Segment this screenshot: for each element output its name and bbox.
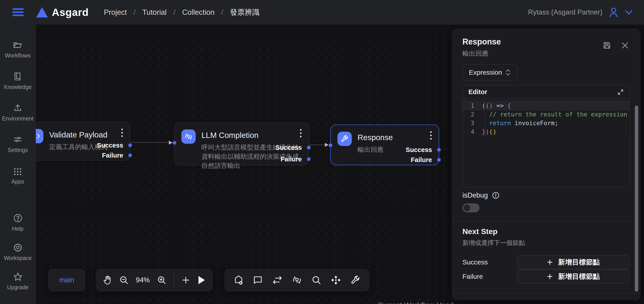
next-step-title: Next Step [462, 227, 498, 236]
panel-scrollbar[interactable] [635, 106, 638, 292]
node-response[interactable]: Response 輸出回應 Success Failure [330, 124, 439, 165]
isdebug-label: isDebug [462, 191, 488, 200]
select-chevrons-icon [506, 69, 510, 76]
section-divider [452, 221, 641, 222]
sidebar-item-workspace[interactable]: Workspace [4, 243, 32, 261]
wrench-toolbar-icon[interactable] [350, 275, 360, 285]
add-target-node-button-failure[interactable]: 新增目標節點 [517, 270, 629, 284]
breadcrumb-collection[interactable]: Collection [182, 8, 214, 16]
output-port-failure[interactable] [128, 154, 132, 157]
node-title: LLM Completion [202, 131, 300, 140]
output-port-failure[interactable] [437, 158, 441, 162]
auto-layout-icon[interactable] [331, 275, 341, 285]
close-icon[interactable] [621, 41, 629, 50]
edge-llm-to-response[interactable] [309, 144, 328, 145]
output-port-failure[interactable] [307, 157, 310, 161]
breadcrumb-project[interactable]: Project [104, 8, 127, 16]
sidebar-item-apps[interactable]: Apps [2, 166, 33, 185]
node-menu-icon[interactable] [300, 128, 302, 138]
branch-selector-button[interactable]: main [48, 269, 86, 292]
account-name: Rytass (Asgard Partner) [528, 8, 603, 16]
expand-icon[interactable] [617, 89, 624, 96]
gear-icon [13, 243, 22, 252]
editor-label: Editor [468, 88, 487, 96]
comment-icon[interactable] [253, 275, 263, 285]
book-icon [13, 72, 22, 81]
next-step-row-failure: Failure 新增目標節點 [462, 270, 629, 284]
workflow-status-text: Current Workflow Used [378, 301, 454, 304]
panel-title: Response [462, 37, 501, 46]
llm-bulb-toolbar-icon[interactable] [292, 275, 302, 285]
sidebar-item-workflows[interactable]: Workflows [2, 40, 33, 59]
node-menu-icon[interactable] [121, 128, 123, 138]
panel-subtitle: 輸出回應 [462, 49, 488, 58]
llm-bulb-icon [181, 130, 196, 144]
sidebar: Workflows Knowledge Environment Settings… [0, 24, 36, 304]
node-title: Response [358, 133, 393, 142]
zoom-level: 94% [136, 276, 150, 284]
sidebar-item-environment[interactable]: Environment [2, 103, 33, 122]
code-line: 1 (() => { [463, 101, 630, 110]
output-row-failure: Failure [36, 150, 130, 160]
breadcrumb: Project / Tutorial / Collection / 發票辨識 [104, 8, 260, 18]
output-row-failure: Failure [331, 155, 439, 165]
footer-divider [452, 293, 641, 294]
breadcrumb-tutorial[interactable]: Tutorial [142, 8, 166, 16]
sidebar-item-settings[interactable]: Settings [2, 135, 33, 153]
plus-icon [546, 259, 553, 266]
add-node-plus-icon[interactable] [181, 276, 190, 284]
node-config-panel: Response 輸出回應 Expression Editor 1 (() =>… [452, 28, 641, 300]
node-llm-completion[interactable]: LLM Completion 呼叫大型語言模型並產生結構化的資料輸出以輔助流程的… [174, 122, 309, 165]
code-line: 4 })() [463, 128, 630, 136]
sliders-icon [13, 135, 22, 144]
add-node-shape-icon[interactable] [234, 275, 244, 285]
star-icon [13, 272, 22, 282]
pan-hand-icon[interactable] [103, 276, 112, 285]
folder-icon [13, 40, 22, 50]
apps-grid-icon [13, 166, 22, 176]
output-port-success[interactable] [128, 144, 132, 147]
code-area[interactable]: 1 (() => { 2 // return the result of the… [463, 99, 630, 136]
user-icon[interactable] [609, 7, 618, 18]
breadcrumb-separator: / [134, 8, 136, 16]
sidebar-item-help[interactable]: Help [4, 214, 32, 232]
save-icon[interactable] [603, 41, 611, 50]
zoom-out-icon[interactable] [119, 276, 128, 285]
node-title: Validate Payload [49, 130, 108, 139]
logo-triangle-icon [36, 7, 48, 18]
code-line: 3 return invoiceForm; [463, 119, 630, 128]
breadcrumb-separator: / [173, 8, 175, 16]
zoom-in-icon[interactable] [157, 276, 166, 285]
search-icon[interactable] [312, 275, 321, 285]
sidebar-item-knowledge[interactable]: Knowledge [2, 72, 33, 90]
help-circle-icon [13, 214, 22, 223]
output-row-success: Success [175, 142, 308, 152]
next-step-row-success: Success 新增目標節點 [462, 255, 629, 269]
run-workflow-play-icon[interactable] [198, 276, 206, 284]
toolbar-divider [174, 274, 174, 286]
account-chevron-down-icon[interactable] [625, 10, 633, 15]
swap-arrows-icon[interactable] [272, 276, 282, 284]
response-type-select[interactable]: Expression [462, 64, 517, 80]
sidebar-item-upgrade[interactable]: Upgrade [4, 272, 32, 290]
menu-icon[interactable] [12, 8, 24, 17]
node-validate-payload[interactable]: Validate Payload 定義工具的輸入格式 Success Failu… [36, 122, 130, 160]
edge-validate-to-llm[interactable] [130, 142, 172, 143]
canvas-actions-toolbar [224, 269, 370, 292]
node-menu-icon[interactable] [430, 131, 432, 140]
app-logo[interactable]: Asgard [36, 6, 88, 18]
breadcrumb-current: 發票辨識 [230, 8, 260, 18]
output-row-success: Success [331, 145, 439, 155]
canvas-zoom-toolbar: 94% [96, 269, 213, 292]
output-row-failure: Failure [175, 154, 308, 164]
info-icon[interactable] [492, 192, 500, 199]
add-target-node-button-success[interactable]: 新增目標節點 [517, 255, 629, 269]
output-row-success: Success [36, 140, 130, 150]
app-title: Asgard [52, 6, 88, 18]
upload-icon [13, 103, 22, 113]
expression-editor[interactable]: Editor 1 (() => { 2 // return the result… [462, 85, 630, 187]
isdebug-toggle[interactable] [462, 204, 480, 212]
code-line: 2 // return the result of the expression [463, 110, 630, 119]
output-port-success[interactable] [437, 148, 441, 152]
output-port-success[interactable] [307, 146, 310, 149]
